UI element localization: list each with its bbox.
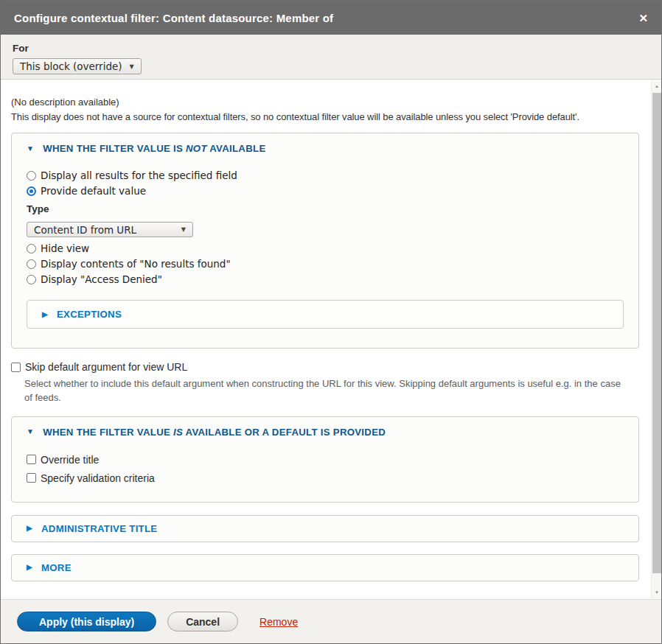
checkbox-skip-default[interactable] [11, 363, 21, 372]
dialog-footer: Apply (this display) Cancel Remove [1, 599, 661, 643]
scrollbar-thumb[interactable] [652, 93, 661, 573]
checkbox-label[interactable]: Override title [41, 454, 99, 466]
fieldset-exceptions-legend[interactable]: ▶ EXCEPTIONS [42, 309, 623, 320]
radio-row-no-results[interactable]: Display contents of "No results found" [27, 258, 624, 270]
radio-row-provide-default[interactable]: Provide default value [27, 185, 624, 197]
display-scope-select[interactable]: This block (override) ▼ [13, 58, 142, 74]
expand-arrow-icon: ▶ [42, 311, 48, 318]
type-label: Type [27, 203, 624, 214]
checkbox-label[interactable]: Specify validation criteria [41, 472, 155, 484]
expand-arrow-icon: ▶ [27, 525, 32, 532]
checkbox-validation-criteria[interactable] [27, 473, 36, 483]
display-scope-select-value: This block (override) [20, 60, 122, 72]
vertical-scrollbar[interactable]: ▲ ▼ [651, 80, 661, 599]
legend-text: MORE [41, 562, 72, 573]
fieldset-filter-not-available-legend[interactable]: ▼ WHEN THE FILTER VALUE IS NOT AVAILABLE [27, 143, 624, 154]
fieldset-more-legend[interactable]: ▶ MORE [27, 562, 624, 573]
dialog-header: Configure contextual filter: Content dat… [1, 1, 661, 35]
expand-arrow-icon: ▶ [27, 564, 32, 571]
intro-text: This display does not have a source for … [11, 111, 639, 122]
remove-link[interactable]: Remove [259, 616, 298, 628]
dialog-title: Configure contextual filter: Content dat… [14, 12, 333, 24]
radio-label[interactable]: Display "Access Denied" [41, 273, 162, 285]
radio-label[interactable]: Provide default value [41, 185, 146, 197]
skip-default-description: Select whether to include this default a… [24, 377, 629, 405]
legend-text: WHEN THE FILTER VALUE IS AVAILABLE OR A … [43, 427, 386, 438]
radio-label[interactable]: Display all results for the specified fi… [41, 169, 237, 181]
fieldset-filter-not-available: ▼ WHEN THE FILTER VALUE IS NOT AVAILABLE… [11, 133, 639, 349]
checkbox-row-override-title[interactable]: Override title [27, 454, 624, 466]
fieldset-filter-available-legend[interactable]: ▼ WHEN THE FILTER VALUE IS AVAILABLE OR … [27, 427, 624, 438]
apply-button[interactable]: Apply (this display) [17, 612, 156, 631]
legend-text: ADMINISTRATIVE TITLE [41, 523, 157, 534]
default-type-select[interactable]: Content ID from URL ▼ [27, 222, 193, 237]
checkbox-override-title[interactable] [27, 455, 36, 464]
for-label: For [13, 43, 649, 54]
radio-label[interactable]: Hide view [41, 242, 89, 254]
fieldset-more: ▶ MORE [11, 554, 639, 581]
default-type-select-value: Content ID from URL [34, 224, 136, 236]
radio-access-denied[interactable] [27, 275, 36, 284]
checkbox-row-validation-criteria[interactable]: Specify validation criteria [27, 472, 624, 484]
radio-hide-view[interactable] [27, 244, 36, 253]
configure-contextual-filter-dialog: Configure contextual filter: Content dat… [0, 0, 662, 644]
chevron-down-icon: ▼ [181, 226, 186, 233]
fieldset-exceptions: ▶ EXCEPTIONS [27, 300, 624, 329]
scroll-up-icon[interactable]: ▲ [652, 81, 661, 91]
scroll-down-icon[interactable]: ▼ [652, 587, 661, 598]
radio-no-results[interactable] [27, 259, 36, 269]
close-icon[interactable]: ✕ [638, 13, 648, 24]
collapse-arrow-icon: ▼ [27, 428, 34, 435]
fieldset-administrative-title-legend[interactable]: ▶ ADMINISTRATIVE TITLE [27, 523, 624, 534]
dialog-body: (No description available) This display … [1, 80, 661, 599]
chevron-down-icon: ▼ [130, 63, 134, 70]
radio-row-access-denied[interactable]: Display "Access Denied" [27, 273, 624, 285]
radio-row-hide-view[interactable]: Hide view [27, 242, 624, 254]
legend-text: EXCEPTIONS [57, 309, 122, 320]
radio-display-all[interactable] [27, 171, 36, 181]
radio-row-display-all[interactable]: Display all results for the specified fi… [27, 169, 624, 181]
legend-text: WHEN THE FILTER VALUE IS NOT AVAILABLE [43, 143, 265, 154]
radio-provide-default[interactable] [27, 186, 36, 196]
cancel-button[interactable]: Cancel [167, 612, 238, 631]
collapse-arrow-icon: ▼ [27, 145, 34, 153]
fieldset-filter-available: ▼ WHEN THE FILTER VALUE IS AVAILABLE OR … [11, 416, 639, 503]
fieldset-administrative-title: ▶ ADMINISTRATIVE TITLE [11, 515, 639, 542]
checkbox-label[interactable]: Skip default argument for view URL [25, 361, 187, 373]
checkbox-row-skip-default[interactable]: Skip default argument for view URL [11, 361, 639, 373]
for-section: For This block (override) ▼ [1, 35, 661, 80]
no-description-text: (No description available) [11, 97, 639, 108]
radio-label[interactable]: Display contents of "No results found" [41, 258, 231, 270]
